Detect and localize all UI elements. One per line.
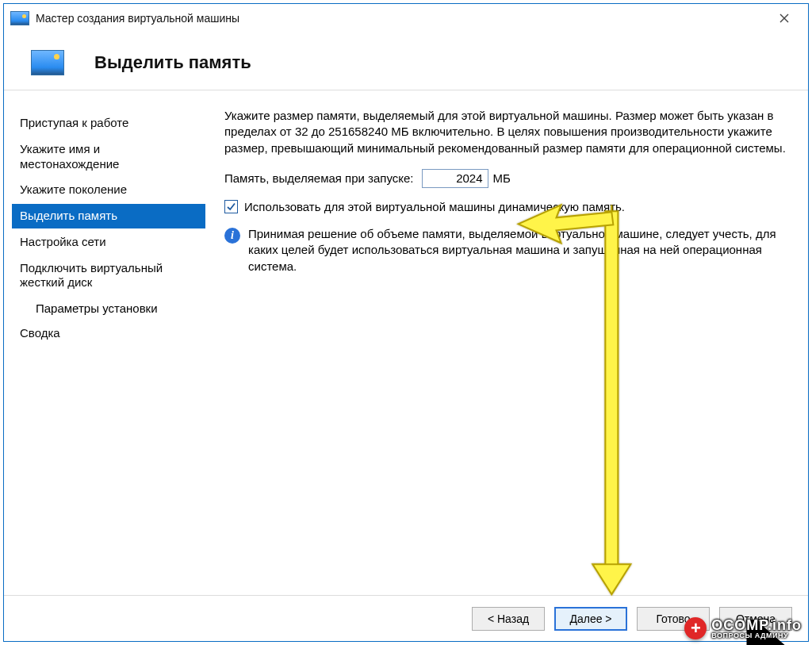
info-icon: i <box>224 228 240 244</box>
check-icon <box>226 202 236 212</box>
wizard-sidebar: Приступая к работе Укажите имя и местона… <box>12 103 205 595</box>
titlebar: Мастер создания виртуальной машины <box>4 4 808 33</box>
vm-icon <box>31 50 64 75</box>
window-title: Мастер создания виртуальной машины <box>36 12 767 25</box>
memory-unit: МБ <box>493 171 511 186</box>
close-button[interactable] <box>767 6 802 30</box>
info-row: i Принимая решение об объеме памяти, выд… <box>224 226 786 275</box>
footer-buttons: < Назад Далее > Готово Отмена <box>4 595 808 641</box>
info-text: Принимая решение об объеме памяти, выдел… <box>248 226 786 275</box>
sidebar-step-network[interactable]: Настройка сети <box>12 230 205 255</box>
sidebar-step-start[interactable]: Приступая к работе <box>12 111 205 136</box>
wizard-window: Мастер создания виртуальной машины Выдел… <box>3 3 809 642</box>
sidebar-step-vhd[interactable]: Подключить виртуальный жесткий диск <box>12 256 205 296</box>
memory-row: Память, выделяемая при запуске: МБ <box>224 169 786 188</box>
content-area: Укажите размер памяти, выделяемый для эт… <box>205 103 800 595</box>
sidebar-step-install-options[interactable]: Параметры установки <box>12 297 205 320</box>
sidebar-step-memory[interactable]: Выделить память <box>12 204 205 228</box>
header-area: Выделить память <box>4 33 808 90</box>
body-area: Приступая к работе Укажите имя и местона… <box>4 90 808 595</box>
memory-label: Память, выделяемая при запуске: <box>224 171 414 186</box>
finish-button[interactable]: Готово <box>637 607 710 631</box>
page-title: Выделить память <box>94 52 251 73</box>
close-icon <box>779 13 789 23</box>
intro-text: Укажите размер памяти, выделяемый для эт… <box>224 108 786 156</box>
sidebar-step-summary[interactable]: Сводка <box>12 321 205 346</box>
next-button[interactable]: Далее > <box>554 607 627 631</box>
back-button[interactable]: < Назад <box>472 607 545 631</box>
cancel-button[interactable]: Отмена <box>719 607 792 631</box>
dynamic-memory-label: Использовать для этой виртуальной машины… <box>244 199 625 215</box>
sidebar-step-generation[interactable]: Укажите поколение <box>12 178 205 202</box>
dynamic-memory-row: Использовать для этой виртуальной машины… <box>224 199 786 215</box>
vm-icon <box>10 11 29 25</box>
sidebar-step-name-location[interactable]: Укажите имя и местонахождение <box>12 137 205 177</box>
dynamic-memory-checkbox[interactable] <box>224 200 238 213</box>
memory-input[interactable] <box>422 169 488 188</box>
